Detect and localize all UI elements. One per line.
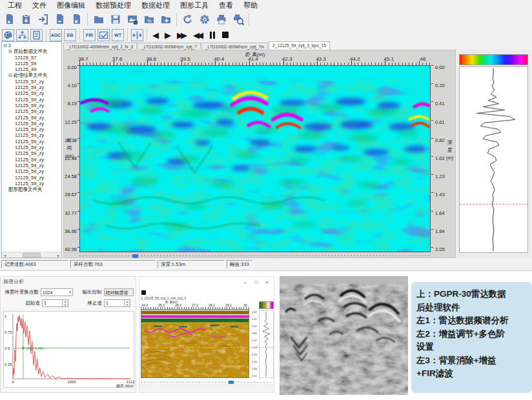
rewind-icon[interactable]: ◀◀	[193, 31, 201, 39]
toolbar-separator	[79, 28, 80, 41]
edit-check-icon[interactable]	[97, 29, 110, 41]
tab-profile-1[interactable]: _LTD10002-400MHzm_zytj_2_fir_3	[63, 43, 137, 50]
background-removal-button[interactable]: EΘ	[64, 29, 76, 41]
clipboard-paste-icon[interactable]	[19, 12, 34, 26]
add-folder-icon[interactable]	[158, 12, 173, 26]
tree-item[interactable]: 12125_59_zy	[3, 181, 61, 186]
start-trace-stepper[interactable]: 1▴▾	[42, 299, 68, 307]
radar-bscan-image[interactable]	[79, 65, 431, 252]
tree-item[interactable]: 12125_59_zy	[3, 121, 61, 126]
tree-folder-raw[interactable]: ⊟ 原始数据文件夹	[3, 48, 61, 54]
profile-horizontal-scrollbar[interactable]	[79, 254, 431, 258]
step-back-icon[interactable]: ◀	[152, 31, 159, 39]
tree-item[interactable]: 12125_59_zy	[3, 85, 61, 90]
delete-file-icon[interactable]	[69, 12, 84, 26]
tab-profile-4-active[interactable]: 2_12125_59_zytj_3_bjxc_15	[269, 41, 330, 50]
palette-icon[interactable]	[2, 29, 14, 41]
tree-item[interactable]: 12125_59	[3, 61, 61, 66]
tree-item[interactable]: 12125_57	[3, 55, 61, 61]
spin-down-icon[interactable]: ▾	[125, 303, 130, 306]
axis-tick-label: 0.82	[252, 332, 257, 335]
scroll-position-marker[interactable]	[132, 254, 138, 258]
menu-item[interactable]: 图形工具	[175, 1, 214, 10]
fit-width-icon[interactable]	[131, 29, 143, 41]
tree-item[interactable]: 12125_59_zy	[3, 150, 61, 156]
tree-folder-processed[interactable]: ⊟ 处理结果文件夹	[3, 72, 61, 78]
menu-item[interactable]: 图像编辑	[52, 1, 90, 10]
tree-item[interactable]: 12125_59_zy	[3, 90, 61, 96]
print-icon[interactable]	[214, 12, 229, 26]
tree-horizontal-scrollbar[interactable]: ◂ ▸	[2, 252, 61, 257]
fir-filter-button[interactable]: FIR	[83, 29, 96, 41]
tab-profile-3[interactable]: _LTD10002-900MHzm_zytj_7m	[201, 43, 268, 50]
tree-item[interactable]: 12125_59_zy	[3, 108, 61, 114]
remove-file-icon[interactable]	[52, 12, 67, 26]
save-icon[interactable]	[108, 12, 123, 26]
rainbow-colorbar	[459, 54, 528, 65]
gain-window-tab[interactable]: 2_12125_59_zytj_1_sds_zytj_3	[141, 296, 238, 300]
tree-item[interactable]: 12125_59_zy	[3, 168, 61, 174]
minimize-button[interactable]: –	[244, 279, 247, 285]
collapse-icon[interactable]: ⊟	[8, 49, 12, 54]
gain-radar-image[interactable]	[141, 309, 249, 378]
menu-item[interactable]: 数据处理	[136, 1, 175, 10]
tree-item[interactable]: 12125_59_zy	[3, 145, 61, 150]
axis-tick-label: 28.67	[65, 192, 77, 197]
output-control-field[interactable]: 绝对幅度谱	[104, 288, 134, 296]
print-preview-icon[interactable]	[230, 12, 245, 26]
end-trace-label: 终止道	[76, 300, 102, 306]
pause-icon[interactable]	[210, 32, 215, 39]
tree-item[interactable]: 12125_59_zy	[3, 103, 61, 108]
cut-folder-icon[interactable]: %	[141, 12, 156, 26]
tree-item[interactable]: 12125_49	[3, 66, 61, 72]
tree-view-icon[interactable]	[16, 29, 28, 41]
tree-item[interactable]: 12125_57_zy	[3, 79, 61, 85]
tree-item[interactable]: 12125_59_zy	[3, 126, 61, 132]
fft-points-select[interactable]: 1024▾	[41, 288, 73, 296]
tree-item[interactable]: 12125_59_zy	[3, 97, 61, 103]
tab-profile-2[interactable]: _LTD10002-900MHzm_zytj_7	[138, 43, 201, 50]
menu-item[interactable]: 数据预处理	[90, 1, 136, 10]
refresh-icon[interactable]	[180, 12, 195, 26]
collapse-icon[interactable]: ⊟	[8, 73, 12, 77]
tree-item[interactable]: 12125_59_zy	[3, 157, 61, 163]
agc-button[interactable]: AGC	[50, 29, 62, 41]
scroll-thumb[interactable]	[23, 253, 41, 257]
profile-horizontal-scrollbar[interactable]	[141, 380, 274, 385]
tree-root[interactable]: ⊟ 2	[3, 43, 61, 48]
gain-adjust-window: – □ × 2_12125_59_zytj_1_sds_zytj_3 距 离(m…	[139, 276, 274, 393]
tree-item[interactable]: 12125_59_zy	[3, 132, 61, 138]
menu-item[interactable]: 查看	[214, 1, 238, 10]
wavelet-button[interactable]: WT	[112, 29, 124, 41]
scroll-left-icon[interactable]: ◂	[2, 253, 8, 257]
scroll-right-icon[interactable]: ▸	[56, 253, 61, 257]
scroll-position-marker[interactable]	[229, 381, 234, 384]
settings-gear-icon[interactable]	[197, 12, 212, 26]
stop-icon[interactable]	[141, 290, 146, 295]
fast-forward-icon[interactable]: ▶▶	[177, 31, 185, 39]
new-file-icon[interactable]	[2, 12, 17, 26]
depth-axis-title: 深度(m)	[446, 139, 453, 161]
maximize-button[interactable]: □	[254, 279, 258, 285]
tree-item[interactable]: 12125_59_zy	[3, 139, 61, 145]
tree-item[interactable]: 12125_59_zy	[3, 175, 61, 181]
save-image-icon[interactable]	[125, 12, 139, 26]
play-icon[interactable]: ▶	[165, 31, 171, 39]
spin-down-icon[interactable]: ▾	[63, 303, 68, 306]
menu-item[interactable]: 帮助	[238, 1, 263, 10]
axis-tick-label: 1.43	[435, 192, 445, 197]
menu-item[interactable]: 工程	[3, 1, 27, 10]
time-axis-title: 时间(ns)	[65, 137, 74, 159]
file-list-icon[interactable]	[30, 29, 43, 41]
stop-icon[interactable]	[222, 32, 229, 38]
import-icon[interactable]	[36, 12, 50, 26]
open-folder-icon[interactable]	[91, 12, 106, 26]
tree-folder-images[interactable]: 图形图像文件夹	[3, 186, 61, 192]
close-button[interactable]: ×	[265, 279, 269, 285]
tree-item[interactable]: 12125_59_zy	[3, 115, 61, 121]
tree-item[interactable]: 12125_59_zy	[3, 163, 61, 168]
collapse-icon[interactable]: ⊟	[3, 43, 7, 48]
end-trace-stepper[interactable]: 1▴▾	[104, 299, 130, 307]
axis-tick-label: 12.29	[65, 119, 77, 125]
menu-item[interactable]: 文件	[27, 1, 52, 10]
